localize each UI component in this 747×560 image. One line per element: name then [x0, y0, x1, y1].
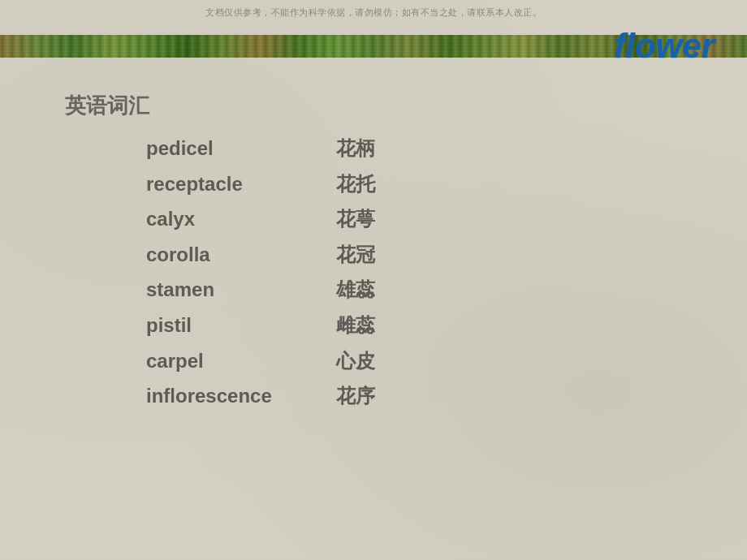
header-banner: flower — [0, 25, 747, 67]
vocab-item: pistil雌蕊 — [146, 312, 698, 339]
vocab-item: corolla花冠 — [146, 241, 698, 269]
vocab-item: carpel心皮 — [146, 347, 698, 375]
vocab-english: calyx — [146, 205, 325, 233]
vocab-english: corolla — [146, 241, 325, 269]
vocab-chinese: 花冠 — [336, 241, 375, 269]
vocab-chinese: 花萼 — [336, 205, 375, 233]
vocab-list: pedicel花柄receptacle花托calyx花萼corolla花冠sta… — [65, 135, 698, 410]
vocab-item: inflorescence花序 — [146, 382, 698, 410]
vocab-english: pistil — [146, 312, 325, 339]
vocab-item: receptacle花托 — [146, 170, 698, 198]
vocab-english: receptacle — [146, 170, 325, 198]
vocab-chinese: 花托 — [336, 170, 375, 198]
disclaimer-bar: 文档仅供参考，不能作为科学依据，请勿模仿；如有不当之处，请联系本人改正。 — [0, 0, 747, 25]
vocab-english: pedicel — [146, 135, 325, 162]
page-title: flower — [614, 27, 747, 66]
disclaimer-text: 文档仅供参考，不能作为科学依据，请勿模仿；如有不当之处，请联系本人改正。 — [0, 0, 747, 25]
vocab-item: stamen雄蕊 — [146, 276, 698, 304]
vocab-english: inflorescence — [146, 382, 325, 410]
vocab-chinese: 花柄 — [336, 135, 375, 162]
vocab-chinese: 花序 — [336, 382, 375, 410]
vocab-english: carpel — [146, 347, 325, 375]
section-title: 英语词汇 — [65, 92, 698, 120]
vocab-chinese: 心皮 — [336, 347, 375, 375]
vocab-english: stamen — [146, 276, 325, 304]
vocab-chinese: 雌蕊 — [336, 312, 375, 339]
vocab-item: calyx花萼 — [146, 205, 698, 233]
main-content: 英语词汇 pedicel花柄receptacle花托calyx花萼corolla… — [0, 67, 747, 434]
vocab-chinese: 雄蕊 — [336, 276, 375, 304]
vocab-item: pedicel花柄 — [146, 135, 698, 162]
